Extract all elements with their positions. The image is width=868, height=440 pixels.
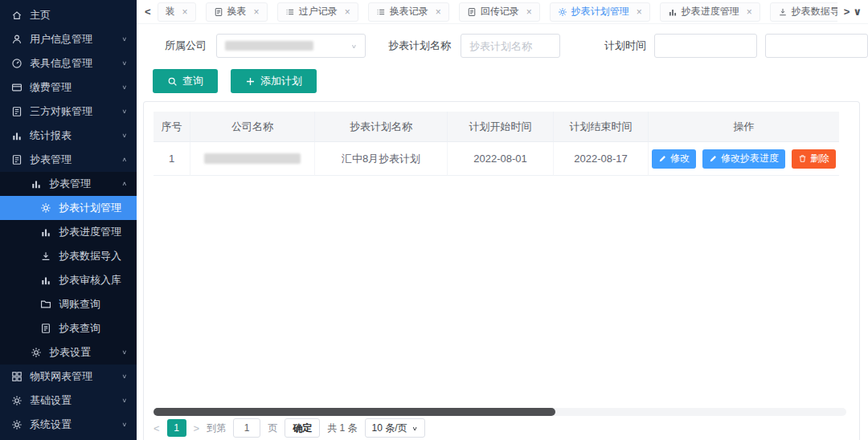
tab-label: 抄表进度管理 [682, 5, 739, 18]
sidebar-item-meter-reading-sub[interactable]: 抄表管理 ∧ [0, 172, 137, 196]
tabs-overflow-icon[interactable]: ∨ [851, 6, 863, 18]
docedit-icon [11, 154, 23, 165]
sidebar-item-meter-info[interactable]: 表具信息管理 ∨ [0, 51, 137, 75]
table-panel: 序号公司名称抄表计划名称计划开始时间计划结束时间操作 1汇中8月抄表计划2022… [143, 101, 860, 440]
chevron-icon: ∨ [121, 132, 127, 139]
sidebar-item-statistics[interactable]: 统计报表 ∨ [0, 124, 137, 148]
sidebar-item-label: 基础设置 [30, 393, 72, 408]
tab-reading-progress[interactable]: 抄表进度管理 × [660, 2, 760, 22]
search-form: 所属公司 ∨ 抄表计划名称 计划时间 [165, 34, 868, 58]
tab-reading-data-import[interactable]: 抄表数据导 [770, 2, 837, 22]
gear-icon [558, 7, 567, 17]
sidebar-item-reading-progress[interactable]: 抄表进度管理 [0, 220, 137, 244]
close-icon[interactable]: × [436, 7, 441, 17]
search-icon [167, 76, 178, 87]
sidebar-item-reading-plan[interactable]: 抄表计划管理 [0, 196, 137, 220]
tabs-scroll-left-icon[interactable]: < [143, 6, 153, 18]
sidebar-item-basic-settings[interactable]: 基础设置 ∨ [0, 389, 137, 413]
tab-transfer-records[interactable]: 过户记录 × [277, 2, 358, 22]
sidebar-item-reading-query[interactable]: 抄表查询 [0, 316, 137, 340]
cell-start-date: 2022-08-01 [448, 142, 554, 176]
cell-end-date: 2022-08-17 [554, 142, 649, 176]
chevron-icon: ∨ [121, 84, 127, 91]
download-icon [40, 251, 51, 262]
delete-button[interactable]: 删除 [792, 149, 836, 169]
app-window: 主页 用户信息管理 ∨ 表具信息管理 ∨ 缴费管理 ∨ 三方对账管理 ∨ 统计报… [0, 0, 868, 440]
user-icon [11, 34, 23, 45]
scrollbar-thumb[interactable] [154, 408, 555, 416]
page-size-select[interactable]: 10 条/页 ∨ [365, 418, 425, 438]
column-header: 操作 [649, 112, 839, 142]
sidebar-item-adjust-query[interactable]: 调账查询 [0, 292, 137, 316]
close-icon[interactable]: × [182, 7, 188, 17]
folder-icon [40, 299, 51, 310]
tab-reading-plan[interactable]: 抄表计划管理 × [550, 2, 650, 22]
tab-label: 换表记录 [390, 5, 428, 18]
tab-change-records[interactable]: 换表记录 × [368, 2, 449, 22]
plan-time-start-input[interactable] [654, 34, 757, 58]
sidebar-item-label: 抄表计划管理 [59, 201, 121, 215]
download-icon [778, 7, 788, 17]
tab-label: 回传记录 [481, 5, 519, 18]
sidebar-item-reading-audit[interactable]: 抄表审核入库 [0, 268, 137, 292]
tabs-scroll-right-icon[interactable]: > [842, 6, 852, 18]
chevron-icon: ∨ [121, 108, 127, 115]
tabs: 装 × 换表 × 过户记录 × 换表记录 × 回传记录 × 抄表计划管理 × 抄… [158, 2, 837, 22]
chart-icon [31, 178, 42, 189]
edit-button[interactable]: 修改 [652, 149, 696, 169]
edit-progress-button[interactable]: 修改抄表进度 [702, 149, 785, 169]
goto-label: 到第 [207, 422, 226, 435]
chevron-icon: ∨ [121, 60, 127, 67]
sidebar-item-label: 表具信息管理 [30, 56, 92, 71]
sidebar-item-payment[interactable]: 缴费管理 ∨ [0, 75, 137, 100]
plan-name-label: 抄表计划名称 [388, 39, 451, 53]
add-plan-button[interactable]: 添加计划 [231, 69, 317, 93]
sidebar-item-system-settings[interactable]: 系统设置 ∨ [0, 413, 137, 437]
cell-plan-name: 汇中8月抄表计划 [315, 142, 448, 176]
close-icon[interactable]: × [526, 7, 532, 17]
chart-icon [668, 7, 678, 17]
column-header: 序号 [154, 112, 190, 142]
plus-icon [245, 76, 256, 87]
tab-meter-change[interactable]: 换表 × [206, 2, 268, 22]
sidebar-item-meter-reading[interactable]: 抄表管理 ∧ [0, 148, 137, 172]
chevron-icon: ∨ [121, 349, 127, 356]
table-body: 1汇中8月抄表计划2022-08-012022-08-17 修改 修改抄表进度 … [154, 142, 850, 176]
sidebar-item-reading-data-import[interactable]: 抄表数据导入 [0, 244, 137, 268]
sidebar-item-reading-settings[interactable]: 抄表设置 ∨ [0, 340, 137, 365]
gear-icon [11, 395, 23, 406]
chart-icon [40, 226, 51, 238]
page-size-value: 10 条/页 [372, 422, 407, 435]
gear-icon [31, 347, 42, 358]
close-icon[interactable]: × [747, 7, 752, 17]
plan-name-input[interactable] [461, 34, 560, 58]
close-icon[interactable]: × [254, 7, 260, 17]
next-page-icon[interactable]: > [194, 422, 200, 434]
sidebar-item-label: 抄表进度管理 [59, 225, 121, 239]
page-1-button[interactable]: 1 [167, 419, 186, 437]
close-icon[interactable]: × [637, 7, 642, 17]
sidebar-item-iot-meter[interactable]: 物联网表管理 ∨ [0, 365, 137, 389]
sidebar-item-home[interactable]: 主页 [0, 3, 137, 27]
gear-icon [40, 202, 51, 214]
search-button-label: 查询 [182, 74, 203, 88]
prev-page-icon[interactable]: < [154, 422, 160, 434]
tab-install[interactable]: 装 × [158, 2, 196, 22]
horizontal-scrollbar[interactable] [154, 408, 846, 416]
confirm-button[interactable]: 确定 [285, 418, 320, 438]
tab-bar: < 装 × 换表 × 过户记录 × 换表记录 × 回传记录 × 抄表计划管理 ×… [137, 0, 868, 24]
plan-time-end-input[interactable] [765, 34, 868, 58]
company-select[interactable]: ∨ [216, 34, 366, 58]
tab-upload-records[interactable]: 回传记录 × [459, 2, 540, 22]
home-icon [11, 10, 23, 21]
total-count: 共 1 条 [327, 422, 357, 435]
sidebar-item-reconciliation[interactable]: 三方对账管理 ∨ [0, 100, 137, 124]
docedit-icon [11, 106, 23, 117]
meter-icon [11, 58, 23, 69]
close-icon[interactable]: × [345, 7, 350, 17]
sidebar-item-user-info[interactable]: 用户信息管理 ∨ [0, 27, 137, 51]
action-button-label: 删除 [810, 152, 829, 165]
search-button[interactable]: 查询 [153, 69, 218, 93]
redacted-company-value [225, 41, 313, 51]
goto-page-input[interactable] [233, 418, 260, 438]
